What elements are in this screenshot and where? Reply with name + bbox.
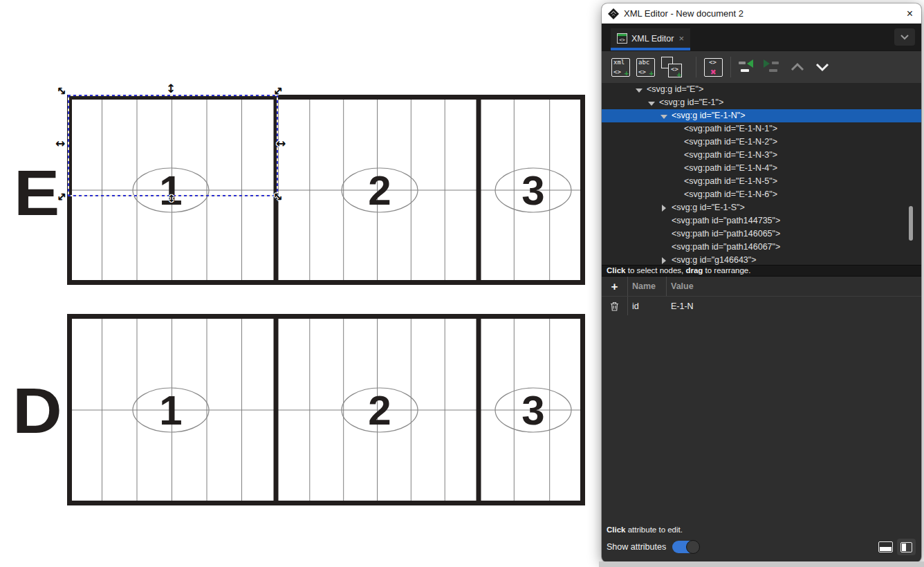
- tree-node-label: <svg:g id="g146643">: [672, 254, 757, 265]
- new-element-node-button[interactable]: xml <> +: [611, 58, 630, 77]
- row-label-E[interactable]: E: [14, 161, 59, 225]
- trash-icon: [610, 301, 619, 311]
- background-strip: [599, 561, 924, 567]
- tree-node[interactable]: <svg:g id="E-1">: [602, 96, 921, 109]
- row-label-D[interactable]: D: [12, 379, 62, 443]
- move-node-up-button[interactable]: [788, 61, 806, 73]
- expander-closed-icon[interactable]: [660, 257, 668, 264]
- selection-handle-bottom[interactable]: ↕: [167, 194, 176, 203]
- tab-close-icon[interactable]: ×: [678, 33, 684, 44]
- toolbar-separator: [730, 57, 731, 77]
- oval-number[interactable]: 2: [368, 167, 391, 214]
- expander-spacer: [672, 152, 681, 159]
- attribute-hint-text: Click attribute to edit.: [602, 523, 921, 536]
- attributes-table: idE-1-N: [602, 297, 921, 315]
- selection-handle-top[interactable]: ↕: [166, 83, 176, 95]
- add-attribute-button[interactable]: +: [602, 277, 628, 296]
- oval-number[interactable]: 2: [368, 387, 391, 434]
- figure-E[interactable]: 1 2 3: [67, 95, 585, 285]
- oval-number[interactable]: 1: [159, 167, 182, 214]
- tree-node-label: <svg:path id="path146067">: [672, 241, 780, 254]
- attribute-name[interactable]: id: [628, 297, 667, 315]
- expander-spacer: [660, 231, 668, 238]
- tree-node-label: <svg:path id="E-1-N-1">: [684, 122, 777, 136]
- layout-vertical-split-button[interactable]: [897, 539, 916, 555]
- xml-tree: <svg:g id="E"><svg:g id="E-1"><svg:g id=…: [602, 83, 921, 265]
- dialog-close-icon[interactable]: ×: [907, 8, 913, 19]
- xml-editor-dialog: XML Editor - New document 2 × <> XML Edi…: [602, 3, 921, 562]
- delete-node-button[interactable]: <> ✖: [704, 58, 723, 77]
- expander-spacer: [672, 192, 681, 198]
- figure-D[interactable]: 1 2 3: [67, 314, 585, 505]
- tree-node[interactable]: <svg:g id="E-1-S">: [602, 201, 921, 214]
- attributes-header: + Name Value: [602, 277, 921, 297]
- tree-node-label: <svg:path id="E-1-N-4">: [684, 162, 777, 175]
- expander-spacer: [672, 126, 681, 133]
- oval-number[interactable]: 3: [521, 387, 544, 434]
- attr-column-value: Value: [667, 277, 921, 296]
- tab-list-dropdown-button[interactable]: [894, 28, 915, 46]
- tree-node-label: <svg:g id="E-1-S">: [672, 201, 745, 214]
- show-attributes-label: Show attributes: [607, 542, 666, 552]
- tree-scrollbar-thumb[interactable]: [909, 206, 913, 241]
- tree-node[interactable]: <svg:path id="E-1-N-4">: [602, 162, 921, 175]
- expander-spacer: [672, 165, 681, 172]
- tree-node[interactable]: <svg:path id="path146067">: [602, 241, 921, 254]
- move-node-down-button[interactable]: [813, 61, 831, 73]
- dialog-footer: Show attributes: [602, 536, 921, 562]
- tree-node-label: <svg:path id="E-1-N-5">: [684, 175, 777, 188]
- tree-node-label: <svg:path id="E-1-N-3">: [684, 149, 777, 162]
- selection-handle-right[interactable]: ↔: [276, 138, 286, 149]
- delete-x-icon: ✖: [705, 66, 722, 77]
- layout-horizontal-split-button[interactable]: [878, 541, 893, 552]
- plus-icon: +: [611, 281, 618, 292]
- unindent-node-button[interactable]: [739, 60, 757, 74]
- chevron-down-icon: [900, 33, 909, 41]
- duplicate-node-button[interactable]: <> +: [661, 57, 682, 77]
- tree-node[interactable]: <svg:path id="E-1-N-2">: [602, 136, 921, 149]
- inkscape-logo-icon: [608, 8, 619, 19]
- dialog-tabbar: <> XML Editor ×: [602, 24, 921, 50]
- expander-open-icon[interactable]: [635, 86, 643, 93]
- tree-node[interactable]: <svg:g id="g146643">: [602, 254, 921, 265]
- toggle-knob: [686, 540, 700, 554]
- dialog-titlebar[interactable]: XML Editor - New document 2 ×: [602, 3, 921, 24]
- tree-node-label: <svg:path id="path146065">: [672, 227, 780, 241]
- indent-node-button[interactable]: [764, 60, 782, 74]
- tab-label: XML Editor: [631, 34, 674, 44]
- tree-node[interactable]: <svg:g id="E-1-N">: [602, 109, 921, 122]
- xml-editor-tab-icon: <>: [617, 33, 627, 44]
- show-attributes-toggle[interactable]: [672, 541, 699, 553]
- toolbar-separator: [696, 57, 696, 77]
- oval-number[interactable]: 3: [521, 167, 544, 214]
- tree-node[interactable]: <svg:g id="E">: [602, 83, 921, 96]
- attribute-value[interactable]: E-1-N: [667, 297, 921, 315]
- expander-open-icon[interactable]: [647, 100, 656, 106]
- expander-open-icon[interactable]: [660, 113, 668, 120]
- inkscape-window: E D 1: [0, 0, 924, 567]
- tree-node-label: <svg:path id="E-1-N-2">: [684, 136, 777, 149]
- tree-node-label: <svg:g id="E-1-N">: [672, 109, 746, 122]
- attributes-empty-area: [602, 315, 921, 523]
- selection-handle-left[interactable]: ↔: [55, 138, 65, 149]
- tab-xml-editor[interactable]: <> XML Editor ×: [611, 28, 690, 50]
- tab-active-underline: [611, 48, 690, 50]
- tree-node[interactable]: <svg:path id="E-1-N-1">: [602, 122, 921, 136]
- delete-attribute-button[interactable]: [602, 297, 628, 315]
- attr-column-name: Name: [628, 277, 667, 296]
- tree-node[interactable]: <svg:path id="E-1-N-3">: [602, 149, 921, 162]
- expander-spacer: [672, 139, 681, 146]
- tree-hint-text: Click to select nodes, drag to rearrange…: [602, 265, 921, 277]
- expander-spacer: [672, 178, 681, 185]
- tree-node-label: <svg:g id="E-1">: [659, 96, 723, 109]
- tree-node[interactable]: <svg:path id="path146065">: [602, 227, 921, 241]
- attribute-row[interactable]: idE-1-N: [602, 297, 921, 315]
- new-text-node-button[interactable]: abc <> +: [636, 58, 655, 77]
- horizontal-split-icon: [880, 547, 891, 551]
- tree-node-label: <svg:g id="E">: [647, 83, 703, 96]
- oval-number[interactable]: 1: [159, 387, 182, 434]
- tree-node[interactable]: <svg:path id="E-1-N-6">: [602, 188, 921, 201]
- tree-node[interactable]: <svg:path id="path144735">: [602, 214, 921, 227]
- tree-node[interactable]: <svg:path id="E-1-N-5">: [602, 175, 921, 188]
- expander-closed-icon[interactable]: [660, 205, 668, 212]
